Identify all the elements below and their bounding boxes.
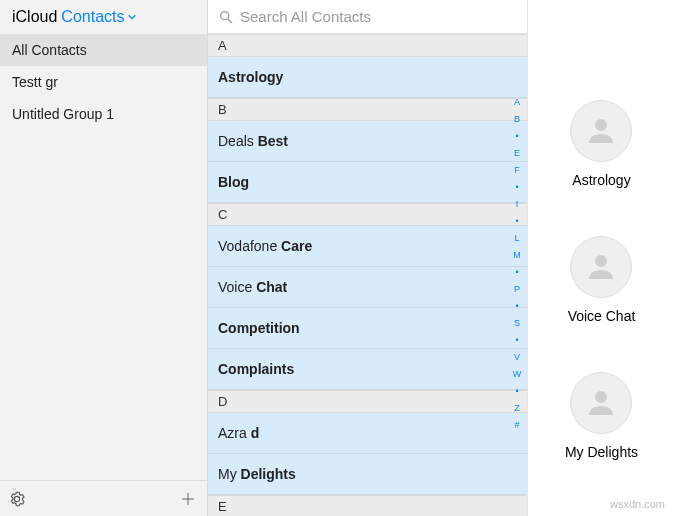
- svg-point-2: [595, 119, 607, 131]
- avatar: [570, 236, 632, 298]
- detail-card-label: My Delights: [565, 444, 638, 460]
- gear-icon[interactable]: [8, 490, 26, 508]
- contact-row[interactable]: Azra d: [208, 413, 527, 454]
- contact-row[interactable]: Vodafone Care: [208, 226, 527, 267]
- svg-point-4: [595, 391, 607, 403]
- sidebar-footer: [0, 480, 207, 516]
- sidebar-item[interactable]: Testt gr: [0, 66, 207, 98]
- svg-line-1: [228, 19, 232, 23]
- avatar: [570, 100, 632, 162]
- contact-row[interactable]: Complaints: [208, 349, 527, 390]
- svg-point-3: [595, 255, 607, 267]
- watermark: wsxdn.com: [610, 498, 665, 510]
- sidebar-item[interactable]: All Contacts: [0, 34, 207, 66]
- search-bar[interactable]: [208, 0, 527, 34]
- contacts-list[interactable]: AAstrologyBDeals BestBlogCVodafone CareV…: [208, 34, 527, 516]
- section-header: E: [208, 495, 527, 516]
- section-header: C: [208, 203, 527, 226]
- contact-row[interactable]: My Delights: [208, 454, 527, 495]
- search-input[interactable]: [240, 8, 517, 25]
- avatar: [570, 372, 632, 434]
- detail-card[interactable]: My Delights: [565, 372, 638, 460]
- contacts-list-column: AAstrologyBDeals BestBlogCVodafone CareV…: [208, 0, 528, 516]
- brand-label: iCloud: [12, 8, 57, 26]
- detail-pane: AstrologyVoice ChatMy Delights: [528, 0, 675, 516]
- svg-point-0: [221, 11, 229, 19]
- section-header: D: [208, 390, 527, 413]
- plus-icon[interactable]: [179, 490, 197, 508]
- section-header: A: [208, 34, 527, 57]
- app-root: iCloud Contacts All ContactsTestt grUnti…: [0, 0, 675, 516]
- detail-card[interactable]: Voice Chat: [568, 236, 636, 324]
- sidebar: iCloud Contacts All ContactsTestt grUnti…: [0, 0, 208, 516]
- sidebar-item[interactable]: Untitled Group 1: [0, 98, 207, 130]
- contact-row[interactable]: Astrology: [208, 57, 527, 98]
- detail-card[interactable]: Astrology: [570, 100, 632, 188]
- contact-row[interactable]: Deals Best: [208, 121, 527, 162]
- contact-row[interactable]: Blog: [208, 162, 527, 203]
- detail-card-label: Voice Chat: [568, 308, 636, 324]
- app-switcher[interactable]: Contacts: [61, 8, 136, 26]
- section-header: B: [208, 98, 527, 121]
- sidebar-header[interactable]: iCloud Contacts: [0, 0, 207, 34]
- app-label: Contacts: [61, 8, 124, 26]
- detail-card-label: Astrology: [572, 172, 630, 188]
- contact-row[interactable]: Competition: [208, 308, 527, 349]
- sidebar-items: All ContactsTestt grUntitled Group 1: [0, 34, 207, 130]
- contact-row[interactable]: Voice Chat: [208, 267, 527, 308]
- search-icon: [218, 9, 234, 25]
- chevron-down-icon: [127, 12, 137, 22]
